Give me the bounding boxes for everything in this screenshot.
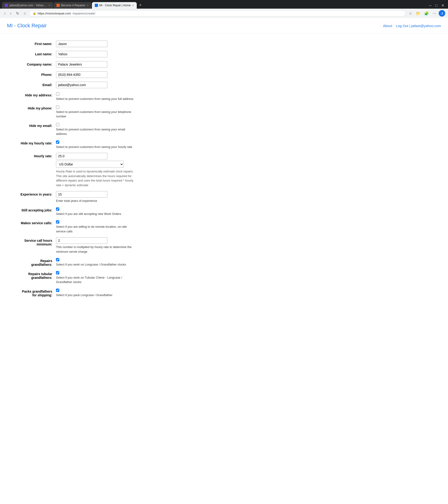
browser-tab-mi-clock[interactable]: MI - Clock Repair | Home × (92, 2, 137, 9)
first-name-label: First name: (19, 41, 56, 46)
email-row: Email: (19, 82, 429, 88)
hide-hourly-checkbox-row (56, 140, 168, 144)
repairs-tubular-hint: Select if you work on Tubular Chime - Lo… (56, 275, 135, 285)
url-path: /repairers/create/ (72, 12, 95, 15)
new-tab-button[interactable]: + (137, 2, 143, 9)
hide-phone-checkbox[interactable] (56, 106, 59, 109)
still-accepting-field: Select if you are still accepting new Wo… (56, 207, 168, 216)
company-name-label: Company name: (19, 61, 56, 66)
company-name-field (56, 61, 168, 68)
phone-label: Phone: (19, 72, 56, 76)
hide-email-checkbox-row (56, 123, 168, 126)
email-input[interactable] (56, 82, 107, 88)
experience-label: Experience in years: (19, 191, 56, 196)
hide-hourly-hint: Select to prevent customers from seeing … (56, 145, 135, 149)
hourly-rate-field: US Dollar Canadian Dollar Euro British P… (56, 153, 168, 187)
last-name-input[interactable] (56, 51, 107, 57)
makes-service-calls-row: Makes service calls: Select if you are w… (19, 220, 429, 234)
tab-favicon-clock (95, 4, 98, 7)
company-name-input[interactable] (56, 61, 107, 68)
collections-button[interactable]: 📁 (414, 10, 422, 17)
tab-close-mail[interactable]: × (49, 3, 50, 7)
service-call-hours-row: Service call hours minimum: This number … (19, 237, 429, 254)
repairs-grandfathers-field: Select if you work on Longcase / Grandfa… (56, 258, 168, 267)
packs-grandfathers-label: Packs grandfathers for shipping: (19, 288, 56, 297)
hourly-rate-label: Hourly rate: (19, 153, 56, 158)
back-button[interactable]: ‹ (3, 10, 7, 16)
currency-select[interactable]: US Dollar Canadian Dollar Euro British P… (56, 161, 124, 168)
restore-button[interactable]: □ (435, 3, 437, 8)
profile-avatar[interactable]: J (439, 10, 445, 17)
repairs-tubular-checkbox[interactable] (56, 271, 59, 274)
repairs-grandfathers-hint: Select if you work on Longcase / Grandfa… (56, 262, 135, 267)
url-domain: https://miclockrepair.com (37, 12, 71, 15)
hide-address-label: Hide my address: (19, 92, 56, 97)
experience-hint: Enter total years of experience (56, 198, 135, 203)
hide-hourly-field: Select to prevent customers from seeing … (56, 140, 168, 149)
service-call-hours-field: This number is multiplied by hourly rate… (56, 237, 168, 254)
first-name-input[interactable] (56, 41, 107, 47)
experience-input[interactable] (56, 191, 107, 198)
hide-hourly-checkbox[interactable] (56, 141, 59, 144)
logout-link[interactable]: Log Out | jatlast@yahoo.com (396, 24, 441, 28)
tab-close-repairer[interactable]: × (87, 3, 89, 7)
about-link[interactable]: About (383, 24, 392, 28)
browser-tab-yahoo-mail[interactable]: jatlast@yahoo.com - Yahoo Mail × (2, 2, 53, 9)
still-accepting-checkbox-row (56, 207, 168, 211)
company-name-row: Company name: (19, 61, 429, 68)
phone-row: Phone: (19, 72, 429, 78)
email-field (56, 82, 168, 88)
browser-tab-become-repairer[interactable]: Become A Repairer × (54, 2, 91, 9)
home-button[interactable]: ⌂ (22, 10, 28, 16)
makes-service-calls-checkbox-row (56, 220, 168, 224)
hide-address-field: Select to prevent customers from seeing … (56, 92, 168, 101)
tab-favicon-mail (5, 4, 8, 7)
makes-service-calls-hint: Select if you are willing to do remote l… (56, 224, 135, 234)
hide-hourly-label: Hide my hourly rate: (19, 140, 56, 145)
reload-button[interactable]: ↻ (15, 10, 20, 17)
packs-grandfathers-checkbox-row (56, 288, 168, 292)
hide-address-checkbox-row (56, 92, 168, 96)
header-nav: About Log Out | jatlast@yahoo.com (383, 24, 441, 28)
still-accepting-row: Still accepting jobs: Select if you are … (19, 207, 429, 216)
packs-grandfathers-hint: Select if you pack Longcase / Grandfathe… (56, 293, 135, 298)
site-title[interactable]: MI - Clock Repair (7, 23, 47, 29)
tab-favicon-repairer (56, 4, 60, 7)
hide-address-hint: Select to prevent customers from seeing … (56, 97, 135, 101)
packs-grandfathers-field: Select if you pack Longcase / Grandfathe… (56, 288, 168, 298)
repairs-tubular-row: Repairs tubular grandfathers: Select if … (19, 271, 429, 285)
favorites-button[interactable]: ☆ (407, 10, 413, 17)
repairs-grandfathers-checkbox[interactable] (56, 258, 59, 261)
hourly-rate-input[interactable] (56, 153, 107, 159)
forward-button[interactable]: › (9, 10, 13, 16)
minimize-button[interactable]: ─ (429, 3, 431, 8)
page-header: MI - Clock Repair About Log Out | jatlas… (0, 18, 448, 34)
makes-service-calls-checkbox[interactable] (56, 220, 59, 224)
email-label: Email: (19, 82, 56, 87)
hide-email-hint: Select to prevent customers from seeing … (56, 127, 135, 136)
packs-grandfathers-checkbox[interactable] (56, 289, 59, 292)
phone-field (56, 72, 168, 78)
hide-email-label: Hide my email: (19, 123, 56, 128)
phone-input[interactable] (56, 72, 107, 78)
still-accepting-label: Still accepting jobs: (19, 207, 56, 212)
tab-close-clock[interactable]: × (132, 3, 134, 7)
service-call-hours-input[interactable] (56, 237, 107, 244)
hourly-rate-row: Hourly rate: US Dollar Canadian Dollar E… (19, 153, 429, 187)
hide-phone-label: Hide my phone: (19, 105, 56, 110)
settings-button[interactable]: ⋯ (431, 10, 438, 17)
service-call-hours-hint: This number is multiplied by hourly rate… (56, 245, 135, 254)
hide-address-checkbox[interactable] (56, 92, 59, 96)
makes-service-calls-field: Select if you are willing to do remote l… (56, 220, 168, 234)
extensions-button[interactable]: 🧩 (423, 10, 430, 17)
address-bar[interactable]: 🔒 https://miclockrepair.com /repairers/c… (29, 10, 406, 17)
hide-phone-row: Hide my phone: Select to prevent custome… (19, 105, 429, 119)
close-button[interactable]: ✕ (441, 3, 444, 8)
packs-grandfathers-row: Packs grandfathers for shipping: Select … (19, 288, 429, 298)
still-accepting-checkbox[interactable] (56, 207, 59, 211)
service-call-hours-label: Service call hours minimum: (19, 237, 56, 246)
hide-email-checkbox[interactable] (56, 123, 59, 126)
last-name-label: Last name: (19, 51, 56, 56)
hide-address-row: Hide my address: Select to prevent custo… (19, 92, 429, 101)
hide-hourly-row: Hide my hourly rate: Select to prevent c… (19, 140, 429, 149)
